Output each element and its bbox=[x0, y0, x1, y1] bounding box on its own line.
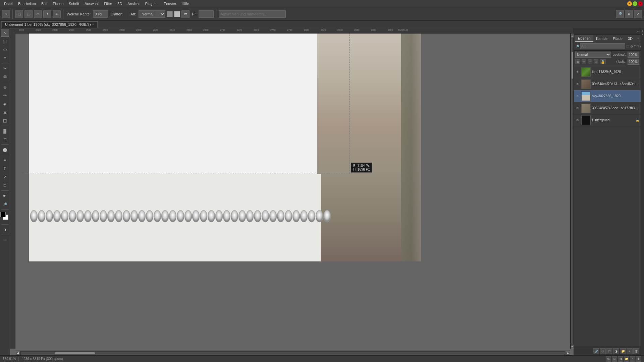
edge-arrow-1[interactable]: ▲ bbox=[641, 29, 644, 32]
quick-mask-btn[interactable]: ◑ bbox=[1, 226, 9, 234]
foreground-swatch[interactable] bbox=[0, 212, 6, 217]
lock-transparent-btn[interactable]: ▣ bbox=[575, 59, 580, 64]
screen-mode-btn[interactable]: ⊟ bbox=[1, 236, 9, 244]
close-button[interactable]: × bbox=[638, 1, 643, 6]
scroll-left-btn[interactable]: ◀ bbox=[15, 351, 20, 355]
layer-item-leaf[interactable]: 👁 leaf-1482948_1920 bbox=[574, 66, 641, 78]
panel-menu-btn[interactable]: ≡ bbox=[637, 37, 639, 40]
move-tool-btn[interactable]: ↖ bbox=[1, 29, 9, 37]
layer-vis-306048[interactable]: 👁 bbox=[575, 106, 580, 111]
blur-btn[interactable]: ◻ bbox=[1, 135, 9, 143]
layers-search-input[interactable] bbox=[580, 43, 625, 49]
filter-text-btn[interactable]: T bbox=[634, 44, 636, 48]
home-icon[interactable]: ⌂ bbox=[2, 10, 10, 18]
mode-icon[interactable]: ⇄ bbox=[181, 10, 190, 18]
canvas-content[interactable]: B: 1104 Px H: 1698 Px bbox=[15, 34, 574, 349]
menu-ebene[interactable]: Ebene bbox=[50, 1, 66, 6]
layer-delete-btn[interactable]: 🗑 bbox=[633, 348, 639, 354]
lock-position-btn[interactable]: ✛ bbox=[588, 59, 592, 64]
layer-style-btn[interactable]: fx bbox=[600, 348, 606, 354]
crop-tool-btn[interactable]: ✂ bbox=[1, 64, 9, 72]
gradient-btn[interactable]: ▓ bbox=[1, 127, 9, 135]
layer-item-306048[interactable]: 👁 306048a5746dec...b3172fb3a6c08 bbox=[574, 102, 641, 114]
settings-icon[interactable]: ⚙ bbox=[625, 10, 633, 18]
menu-ansicht[interactable]: Ansicht bbox=[125, 1, 142, 6]
type-tool-btn[interactable]: T bbox=[1, 165, 9, 173]
layer-adj-btn[interactable]: ◑ bbox=[613, 348, 619, 354]
h-scrollbar[interactable]: ◀ ▶ bbox=[15, 351, 570, 355]
eraser-btn[interactable]: ◫ bbox=[1, 117, 9, 125]
healing-brush-btn[interactable]: ⊕ bbox=[1, 83, 9, 91]
filter-shape-btn[interactable]: □ bbox=[637, 44, 639, 48]
tool-option-5[interactable]: ≡ bbox=[53, 10, 61, 18]
tab-kanaele[interactable]: Kanäle bbox=[593, 36, 610, 42]
eyedropper-btn[interactable]: ✉ bbox=[1, 73, 9, 81]
v-scrollbar-thumb[interactable] bbox=[572, 52, 573, 79]
menu-bearbeiten[interactable]: Bearbeiten bbox=[15, 1, 39, 6]
status-fx-btn[interactable]: fx bbox=[606, 356, 611, 362]
tool-option-4[interactable]: ✦ bbox=[43, 10, 51, 18]
tool-option-1[interactable]: ⬚ bbox=[15, 10, 23, 18]
layer-vis-09c5[interactable]: 👁 bbox=[575, 82, 580, 86]
minimize-button[interactable]: − bbox=[627, 1, 632, 6]
tab-3d[interactable]: 3D bbox=[625, 36, 635, 42]
brush-size-input[interactable] bbox=[93, 10, 108, 18]
tool-option-3[interactable]: ⬭ bbox=[34, 10, 42, 18]
blend-mode-select[interactable]: Normal bbox=[139, 10, 165, 18]
lasso-tool-btn[interactable]: ⬭ bbox=[1, 46, 9, 54]
menu-3d[interactable]: 3D bbox=[115, 1, 125, 6]
layer-vis-sky[interactable]: 👁 bbox=[575, 94, 580, 99]
document-tab[interactable]: Unbenannt-1 bei 190% (sky-3027856_1920, … bbox=[1, 21, 98, 28]
layer-item-hintergrund[interactable]: 👁 Hintergrund 🔒 bbox=[574, 114, 641, 126]
status-group-btn[interactable]: 📁 bbox=[624, 356, 629, 362]
fill-input[interactable] bbox=[628, 59, 639, 65]
v-scrollbar-track[interactable] bbox=[571, 38, 573, 344]
brush-tool-btn[interactable]: ✏ bbox=[1, 92, 9, 100]
filter-pixel-btn[interactable]: ⬚ bbox=[626, 44, 630, 48]
navigate-btn[interactable]: ☛ bbox=[1, 192, 9, 200]
menu-hilfe[interactable]: Hilfe bbox=[179, 1, 192, 6]
layer-blend-select[interactable]: Normal bbox=[575, 52, 611, 58]
status-adj-btn[interactable]: ◑ bbox=[618, 356, 623, 362]
background-color[interactable] bbox=[174, 11, 180, 17]
menu-plugins[interactable]: Plug-ins bbox=[142, 1, 161, 6]
layer-item-09c5[interactable]: 👁 09c540e4f70d13...43ce460d18f3f2 bbox=[574, 78, 641, 90]
hi-input[interactable] bbox=[199, 10, 214, 18]
history-brush-btn[interactable]: ⊞ bbox=[1, 108, 9, 116]
dodge-btn[interactable]: ⬤ bbox=[1, 146, 9, 154]
maximize-button[interactable]: □ bbox=[633, 1, 637, 6]
layer-new-btn[interactable]: + bbox=[627, 348, 633, 354]
lock-artboard-btn[interactable]: ⊞ bbox=[594, 59, 598, 64]
filter-adjust-btn[interactable]: ◑ bbox=[630, 44, 633, 48]
edge-arrow-2[interactable]: ▼ bbox=[641, 33, 644, 36]
opacity-input[interactable] bbox=[628, 52, 639, 58]
panel-collapse-btn[interactable]: ≫ bbox=[636, 30, 639, 33]
h-scrollbar-thumb[interactable] bbox=[55, 352, 95, 354]
tab-ebenen[interactable]: Ebenen bbox=[575, 35, 593, 42]
search-icon-right[interactable]: 🔎 bbox=[616, 10, 624, 18]
status-new-btn[interactable]: + bbox=[630, 356, 635, 362]
tab-close-btn[interactable]: × bbox=[92, 23, 94, 26]
magic-wand-btn[interactable]: ✦ bbox=[1, 54, 9, 62]
menu-bild[interactable]: Bild bbox=[39, 1, 50, 6]
menu-fenster[interactable]: Fenster bbox=[161, 1, 179, 6]
search-input[interactable] bbox=[219, 10, 286, 18]
status-mask-btn[interactable]: □ bbox=[612, 356, 617, 362]
layer-vis-leaf[interactable]: 👁 bbox=[575, 70, 580, 74]
lock-image-btn[interactable]: ✏ bbox=[582, 59, 586, 64]
pen-tool-btn[interactable]: ✒ bbox=[1, 156, 9, 164]
expand-icon[interactable]: ⤢ bbox=[634, 10, 642, 18]
layer-item-sky[interactable]: 👁 sky-3027856_1920 bbox=[574, 90, 641, 102]
v-scrollbar[interactable]: ▲ ▼ bbox=[570, 34, 574, 349]
layer-mask-btn[interactable]: □ bbox=[606, 348, 612, 354]
lock-all-btn[interactable]: 🔒 bbox=[600, 59, 606, 64]
shape-tool-btn[interactable]: □ bbox=[1, 181, 9, 189]
menu-datei[interactable]: Datei bbox=[1, 1, 15, 6]
clone-stamp-btn[interactable]: ◈ bbox=[1, 100, 9, 108]
scroll-right-btn[interactable]: ▶ bbox=[566, 351, 570, 355]
layer-link-btn[interactable]: 🔗 bbox=[593, 348, 599, 354]
tool-option-2[interactable]: ⬚ bbox=[24, 10, 33, 18]
layer-group-btn[interactable]: 📁 bbox=[620, 348, 626, 354]
status-del-btn[interactable]: 🗑 bbox=[636, 356, 641, 362]
foreground-color[interactable] bbox=[167, 11, 173, 17]
